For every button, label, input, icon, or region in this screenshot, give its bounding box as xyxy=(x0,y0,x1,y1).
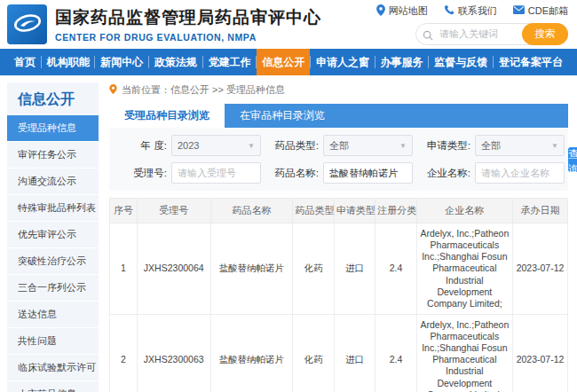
logo-swoosh-icon xyxy=(12,9,43,41)
site-title: 国家药品监督管理局药品审评中心 xyxy=(55,6,321,29)
sidebar-item[interactable]: 受理品种信息 xyxy=(7,115,99,142)
filter-panel: 年 度: 2023 ▼ 药品类型: 全部 ▼ 申 xyxy=(109,128,568,191)
search-button[interactable]: 搜索 xyxy=(522,23,568,45)
table-header-cell: 药品类型 xyxy=(293,199,334,223)
cell-drug-type: 化药 xyxy=(293,223,334,315)
breadcrumb-pin-icon xyxy=(109,84,117,96)
sidebar-item[interactable]: 优先审评公示 xyxy=(7,222,99,248)
sidebar-item[interactable]: 审评任务公示 xyxy=(7,142,99,169)
cell-drug-name: 盐酸替纳帕诺片 xyxy=(210,223,293,315)
nav-item[interactable]: 首页 xyxy=(9,49,41,75)
table-header-cell: 承办日期 xyxy=(513,199,568,223)
filter-rows: 年 度: 2023 ▼ 药品类型: 全部 ▼ 申 xyxy=(116,135,565,184)
table-body: 1 JXHS2300064 盐酸替纳帕诺片 化药 进口 2.4 Ardelyx,… xyxy=(110,223,568,392)
tab-accepted-catalog[interactable]: 受理品种目录浏览 xyxy=(109,104,225,128)
sidebar-title: 信息公开 xyxy=(7,82,99,115)
apply-type-select[interactable]: 全部 ▼ xyxy=(475,135,565,156)
chevron-down-icon: ▼ xyxy=(399,142,407,150)
nav-item[interactable]: 政策法规 xyxy=(149,49,202,75)
year-select[interactable]: 2023 ▼ xyxy=(171,135,261,156)
search-icon xyxy=(423,28,433,44)
location-pin-icon xyxy=(376,4,385,18)
cell-company: Ardelyx, Inc.;Patheon Pharmaceuticals In… xyxy=(416,223,512,315)
apply-type-field: 申请类型: 全部 ▼ xyxy=(420,135,565,156)
sitemap-link[interactable]: 网站地图 xyxy=(376,4,428,18)
chevron-down-icon: ▼ xyxy=(551,142,558,150)
nav-item[interactable]: 申请人之窗 xyxy=(311,49,375,75)
sidebar-item[interactable]: 特殊审批品种列表 xyxy=(7,195,99,222)
acceptance-no-input[interactable] xyxy=(171,162,261,184)
drug-type-select[interactable]: 全部 ▼ xyxy=(323,135,413,156)
table-header-cell: 药品名称 xyxy=(210,199,293,223)
year-field: 年 度: 2023 ▼ xyxy=(116,135,261,156)
cell-apply-type: 进口 xyxy=(334,223,375,315)
site-subtitle: CENTER FOR DRUG EVALUATION, NMPA xyxy=(55,32,321,43)
table-head: 序号 受理号 药品名称 药品类型 申请类型 注册分类 企业名称 承办日期 xyxy=(110,199,568,223)
cell-company: Ardelyx, Inc.;Patheon Pharmaceuticals In… xyxy=(416,314,512,392)
table-row: 1 JXHS2300064 盐酸替纳帕诺片 化药 进口 2.4 Ardelyx,… xyxy=(110,223,568,315)
query-button[interactable]: 查询 xyxy=(568,147,577,172)
chevron-down-icon: ▼ xyxy=(248,142,255,150)
cell-reg-class: 2.4 xyxy=(375,314,416,392)
acceptance-no-field: 受理号: xyxy=(116,162,261,184)
mailbox-link[interactable]: CDE邮箱 xyxy=(513,4,568,18)
nav-item[interactable]: 监督与反馈 xyxy=(429,49,493,75)
nav-item[interactable]: 办事服务 xyxy=(375,49,429,75)
cell-index: 2 xyxy=(110,314,138,392)
contact-link[interactable]: 联系我们 xyxy=(444,4,497,18)
filter-row-2: 受理号: 药品名称: 企业名称: xyxy=(116,162,565,184)
table-header-cell: 申请类型 xyxy=(334,199,375,223)
cell-index: 1 xyxy=(110,223,138,315)
company-name-field: 企业名称: xyxy=(420,162,565,184)
cell-reg-class: 2.4 xyxy=(375,223,416,315)
breadcrumb: 当前位置：信息公开 >> 受理品种信息 xyxy=(109,83,568,97)
table-header-cell: 受理号 xyxy=(137,199,210,223)
brand-block: 国家药品监督管理局药品审评中心 CENTER FOR DRUG EVALUATI… xyxy=(55,6,321,43)
cell-date: 2023-07-12 xyxy=(513,314,568,392)
page-header: 国家药品监督管理局药品审评中心 CENTER FOR DRUG EVALUATI… xyxy=(0,0,577,49)
cell-acceptance-no: JXHS2300064 xyxy=(137,223,210,315)
nav-item[interactable]: 机构职能 xyxy=(42,49,95,75)
company-name-input[interactable] xyxy=(475,162,565,184)
sidebar-item[interactable]: 沟通交流公示 xyxy=(7,169,99,195)
drug-type-label: 药品类型: xyxy=(268,139,319,153)
table-header-cell: 注册分类 xyxy=(375,199,416,223)
sidebar-item[interactable]: 临床试验默示许可 xyxy=(7,355,99,381)
drug-name-label: 药品名称: xyxy=(268,167,319,180)
sidebar-item[interactable]: 共性问题 xyxy=(7,328,99,355)
sidebar-menu: 受理品种信息 审评任务公示 沟通交流公示 特殊审批品种列表 优先审评公示 突破性… xyxy=(7,115,99,392)
mail-icon xyxy=(513,5,525,16)
sidebar-item[interactable]: 送达信息 xyxy=(7,302,99,328)
apply-type-label: 申请类型: xyxy=(420,139,470,153)
drug-name-input[interactable] xyxy=(323,162,413,184)
cell-date: 2023-07-12 xyxy=(513,223,568,315)
table-row: 2 JXHS2300063 盐酸替纳帕诺片 化药 进口 2.4 Ardelyx,… xyxy=(110,314,568,392)
table-header-cell: 序号 xyxy=(110,199,138,223)
nav-item[interactable]: 登记备案平台 xyxy=(494,49,568,75)
tab-under-review-catalog[interactable]: 在审品种目录浏览 xyxy=(225,104,340,128)
sidebar-item[interactable]: 三合一序列公示 xyxy=(7,275,99,302)
content-area: 信息公开 受理品种信息 审评任务公示 沟通交流公示 特殊审批品种列表 优先审评公… xyxy=(0,75,577,392)
cell-apply-type: 进口 xyxy=(334,314,375,392)
site-search: 搜索 xyxy=(415,23,568,45)
acceptance-no-label: 受理号: xyxy=(116,167,167,180)
sidebar: 信息公开 受理品种信息 审评任务公示 沟通交流公示 特殊审批品种列表 优先审评公… xyxy=(7,82,99,392)
nav-item[interactable]: 党建工作 xyxy=(203,49,257,75)
company-name-label: 企业名称: xyxy=(420,167,470,180)
year-label: 年 度: xyxy=(116,139,167,153)
cell-drug-type: 化药 xyxy=(293,314,334,392)
nav-item[interactable]: 新闻中心 xyxy=(95,49,148,75)
sidebar-item[interactable]: 突破性治疗公示 xyxy=(7,248,99,275)
drug-type-field: 药品类型: 全部 ▼ xyxy=(268,135,413,156)
cde-logo xyxy=(7,4,47,44)
phone-icon xyxy=(444,4,454,17)
table-header-row: 序号 受理号 药品名称 药品类型 申请类型 注册分类 企业名称 承办日期 xyxy=(110,199,568,223)
table-header-cell: 企业名称 xyxy=(416,199,512,223)
nav-item[interactable]: 信息公开 xyxy=(257,49,310,75)
filter-row-1: 年 度: 2023 ▼ 药品类型: 全部 ▼ 申 xyxy=(116,135,565,156)
cell-drug-name: 盐酸替纳帕诺片 xyxy=(210,314,293,392)
tab-bar: 受理品种目录浏览 在审品种目录浏览 xyxy=(109,104,568,128)
sidebar-item[interactable]: 上市药品信息 xyxy=(7,381,99,392)
top-links: 网站地图 联系我们 CDE邮箱 xyxy=(376,4,568,18)
drug-name-field: 药品名称: xyxy=(268,162,413,184)
